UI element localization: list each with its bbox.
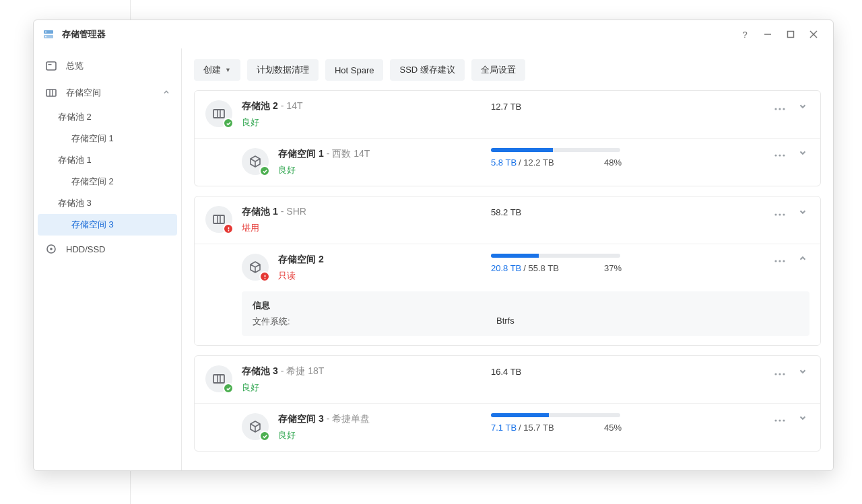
svg-rect-37 [213,375,224,383]
nav-hdd-label: HDD/SSD [66,244,170,254]
status-ok-icon [259,166,270,176]
svg-point-22 [778,154,781,156]
nav-storage[interactable]: 存储空间 [34,79,181,106]
pool-header[interactable]: 存储池 3-希捷 18T 良好 16.4 TB [195,356,820,403]
volume-icon [242,254,269,281]
data-scrub-button[interactable]: 计划数据清理 [247,59,319,81]
pool-icon [205,206,232,233]
titlebar: 存储管理器 ? [34,20,833,48]
svg-point-43 [774,419,776,421]
svg-point-19 [778,108,781,110]
volume-info-block: 信息 文件系统:Btrfs [242,291,809,336]
volume-expand-toggle[interactable] [796,254,809,265]
pool-actions-menu[interactable] [773,102,787,112]
global-settings-button[interactable]: 全局设置 [471,59,525,81]
svg-point-18 [774,108,776,110]
svg-rect-10 [46,89,56,96]
volume-row[interactable]: 存储空间 2 只读 20.8 TB / 55.8 TB37% 信息 文件系统:B… [195,244,820,345]
volume-actions-menu[interactable] [773,149,787,159]
volume-status: 只读 [278,270,491,282]
usage-text: 20.8 TB / 55.8 TB37% [491,263,679,273]
svg-rect-5 [788,32,794,38]
svg-point-14 [50,248,53,250]
pool-expand-toggle[interactable] [796,207,809,219]
svg-point-29 [774,213,776,215]
pool-status: 良好 [242,382,491,394]
usage-text: 5.8 TB / 12.2 TB48% [491,157,679,168]
pool-header[interactable]: 存储池 2-14T 良好 12.7 TB [195,91,820,138]
hot-spare-button[interactable]: Hot Spare [325,59,384,81]
volume-actions-menu[interactable] [773,414,787,424]
svg-point-36 [783,260,785,262]
sidebar-item-volume-1[interactable]: 存储空间 1 [34,128,181,149]
help-button[interactable]: ? [733,23,756,46]
pool-actions-menu[interactable] [773,208,787,218]
pool-name: 存储池 2-14T [242,100,491,112]
caret-down-icon: ▼ [225,67,231,73]
svg-point-20 [783,108,785,110]
ssd-cache-button[interactable]: SSD 缓存建议 [390,59,464,81]
maximize-button[interactable] [779,23,802,46]
minimize-button[interactable] [756,23,779,46]
status-warn-icon [223,223,234,234]
volume-status: 良好 [278,164,491,176]
volume-actions-menu[interactable] [773,254,787,264]
volume-expand-toggle[interactable] [796,148,809,159]
sidebar-item-pool-2[interactable]: 存储池 2 [34,106,181,128]
volume-expand-toggle[interactable] [796,413,809,425]
pool-name: 存储池 3-希捷 18T [242,365,491,377]
volume-name: 存储空间 1-西数 14T [278,148,491,160]
info-fs-value: Btrfs [496,316,515,328]
status-ok-icon [259,431,270,441]
svg-rect-15 [213,110,224,118]
svg-rect-24 [213,215,224,223]
pool-card: 存储池 2-14T 良好 12.7 TB 存储空间 1-西数 14T 良好 5.… [194,90,821,186]
svg-point-30 [778,213,781,215]
volume-status: 良好 [278,429,491,441]
pool-card: 存储池 3-希捷 18T 良好 16.4 TB 存储空间 3-希捷单盘 良好 7… [194,355,821,452]
usage-bar [491,254,620,258]
volume-name: 存储空间 2 [278,254,491,266]
volume-row[interactable]: 存储空间 1-西数 14T 良好 5.8 TB / 12.2 TB48% [195,138,820,186]
pool-size: 16.4 TB [491,365,626,377]
svg-point-44 [778,419,781,421]
sidebar-item-volume-3[interactable]: 存储空间 3 [38,214,177,236]
close-button[interactable] [802,23,825,46]
info-title: 信息 [253,299,799,312]
pool-expand-toggle[interactable] [796,102,809,113]
chevron-up-icon [162,88,170,98]
nav-hdd-ssd[interactable]: HDD/SSD [34,236,181,262]
window-title: 存储管理器 [62,28,106,40]
svg-point-23 [783,154,785,156]
sidebar-item-volume-2[interactable]: 存储空间 2 [34,171,181,192]
pool-expand-toggle[interactable] [796,367,809,378]
usage-bar [491,413,620,417]
svg-point-2 [45,32,46,33]
volume-row[interactable]: 存储空间 3-希捷单盘 良好 7.1 TB / 15.7 TB45% [195,403,820,451]
svg-point-41 [778,373,781,375]
usage-bar [491,148,620,152]
nav-overview-label: 总览 [66,60,170,72]
toolbar: 创建▼ 计划数据清理 Hot Spare SSD 缓存建议 全局设置 [194,59,821,81]
pool-actions-menu[interactable] [773,367,787,377]
nav-overview[interactable]: 总览 [34,52,181,79]
create-button[interactable]: 创建▼ [194,59,240,81]
volume-icon [242,148,269,175]
pool-icon [205,100,232,127]
nav-storage-label: 存储空间 [66,87,162,99]
sidebar-item-pool-3[interactable]: 存储池 3 [34,192,181,214]
usage-text: 7.1 TB / 15.7 TB45% [491,423,679,433]
svg-point-28 [228,229,229,231]
svg-point-45 [783,419,785,421]
svg-point-42 [783,373,785,375]
storage-icon [44,86,58,100]
info-fs-label: 文件系统: [253,316,496,328]
pool-icon [205,365,232,392]
pool-header[interactable]: 存储池 1-SHR 堪用 58.2 TB [195,196,820,244]
volume-name: 存储空间 3-希捷单盘 [278,413,491,425]
svg-point-34 [774,260,776,262]
svg-point-35 [778,260,781,262]
svg-point-21 [774,154,776,156]
pool-size: 12.7 TB [491,100,626,112]
sidebar-item-pool-1[interactable]: 存储池 1 [34,149,181,171]
